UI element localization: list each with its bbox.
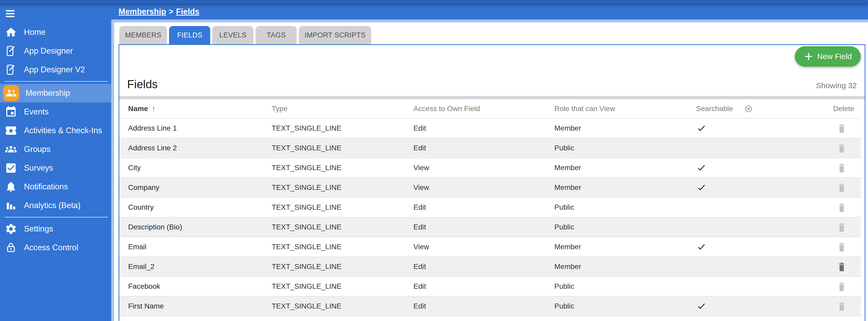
sidebar-item-membership[interactable]: Membership: [0, 84, 111, 103]
column-header-role: Role that can View: [554, 105, 696, 113]
trash-icon: [836, 182, 847, 193]
menu-icon[interactable]: [6, 10, 14, 17]
app-designer-icon: [4, 63, 18, 76]
sidebar-item-label: App Designer: [24, 46, 73, 56]
table-row-company: Company TEXT_SINGLE_LINE View Member: [119, 177, 861, 197]
surveys-icon: [4, 161, 18, 175]
trash-icon: [836, 281, 847, 292]
tab-bar: MEMBERSFIELDSLEVELSTAGSIMPORT SCRIPTS: [119, 26, 371, 44]
sidebar-item-surveys[interactable]: Surveys: [0, 159, 111, 177]
trash-icon: [836, 162, 847, 174]
analytics-icon: [4, 199, 18, 212]
sidebar-item-notifications[interactable]: Notifications: [0, 177, 111, 196]
breadcrumb-separator: >: [169, 7, 174, 16]
trash-icon: [836, 142, 847, 154]
sidebar-item-groups[interactable]: Groups: [0, 140, 111, 159]
sidebar-item-app-designer-v2[interactable]: App Designer V2: [0, 60, 111, 79]
delete-button[interactable]: [836, 261, 847, 272]
breadcrumb-link-membership[interactable]: Membership: [119, 7, 166, 16]
delete-button[interactable]: [836, 281, 847, 292]
cell-delete: [823, 221, 861, 233]
cell-name: First Name: [128, 302, 272, 310]
column-header-type: Type: [272, 105, 413, 113]
searchable-info-icon[interactable]: [745, 105, 752, 113]
tab-members[interactable]: MEMBERS: [119, 26, 167, 44]
access-control-icon: [4, 241, 18, 254]
membership-icon: [3, 85, 19, 101]
trash-icon: [836, 241, 847, 253]
cell-delete: [823, 300, 861, 312]
table-row-address-line-2: Address Line 2 TEXT_SINGLE_LINE Edit Pub…: [119, 138, 861, 157]
sidebar-item-activities-check-ins[interactable]: Activities & Check-Ins: [0, 121, 111, 140]
table-row-email: Email TEXT_SINGLE_LINE View Member: [119, 237, 861, 256]
settings-icon: [4, 222, 18, 236]
tab-levels[interactable]: LEVELS: [212, 26, 253, 44]
sidebar-item-settings[interactable]: Settings: [0, 219, 111, 238]
cell-searchable: [696, 163, 823, 173]
new-field-button[interactable]: New Field: [795, 46, 861, 67]
tab-fields[interactable]: FIELDS: [169, 26, 210, 44]
sidebar-item-analytics-beta[interactable]: Analytics (Beta): [0, 196, 111, 215]
delete-button[interactable]: [836, 122, 847, 134]
delete-button[interactable]: [836, 162, 847, 174]
breadcrumb-link-fields[interactable]: Fields: [176, 7, 199, 16]
tab-import-scripts[interactable]: IMPORT SCRIPTS: [299, 26, 371, 44]
sidebar-item-label: App Designer V2: [24, 65, 85, 74]
table-scrollbar-track[interactable]: [119, 96, 865, 99]
cell-role: Public: [554, 282, 696, 291]
cell-type: TEXT_SINGLE_LINE: [272, 124, 413, 133]
cell-name: Company: [128, 183, 272, 192]
searchable-check-icon: [696, 183, 823, 192]
showing-count: Showing 32: [816, 81, 857, 90]
delete-button[interactable]: [836, 202, 847, 213]
cell-access: View: [413, 183, 554, 192]
sidebar-item-label: Activities & Check-Ins: [24, 126, 102, 135]
new-field-label: New Field: [817, 52, 852, 61]
delete-button[interactable]: [836, 241, 847, 253]
events-icon: [4, 105, 18, 119]
cell-name: Facebook: [128, 282, 272, 291]
cell-type: TEXT_SINGLE_LINE: [272, 223, 413, 231]
screen: Home App Designer App Designer V2 Member…: [0, 0, 868, 321]
column-header-delete: Delete: [823, 105, 865, 113]
sort-ascending-icon[interactable]: ↑: [152, 104, 156, 113]
cell-type: TEXT_SINGLE_LINE: [272, 262, 413, 271]
cell-searchable: [696, 242, 823, 252]
delete-button[interactable]: [836, 300, 847, 312]
sidebar-item-label: Surveys: [24, 164, 53, 173]
cell-searchable: [696, 281, 823, 291]
filler-row: [119, 316, 861, 321]
cell-searchable: [696, 262, 823, 272]
groups-icon: [4, 143, 18, 156]
trash-icon: [836, 122, 847, 134]
column-header-name[interactable]: Name ↑: [128, 104, 272, 113]
home-icon: [4, 26, 18, 39]
cell-access: Edit: [413, 203, 554, 212]
searchable-check-icon: [696, 301, 823, 311]
activities-icon: [4, 124, 18, 137]
cell-name: Country: [128, 203, 272, 212]
delete-button[interactable]: [836, 182, 847, 193]
sidebar-item-label: Home: [24, 28, 45, 37]
tab-tags[interactable]: TAGS: [255, 26, 297, 44]
sidebar-item-app-designer[interactable]: App Designer: [0, 42, 111, 60]
delete-button[interactable]: [836, 221, 847, 233]
sidebar-item-access-control[interactable]: Access Control: [0, 238, 111, 257]
cell-access: Edit: [413, 302, 554, 310]
sidebar-item-home[interactable]: Home: [0, 23, 111, 42]
app-bar: Membership>Fields: [111, 4, 868, 20]
cell-searchable: [696, 301, 823, 311]
cell-name: Description (Bio): [128, 223, 272, 231]
cell-delete: [823, 281, 861, 292]
cell-name: Address Line 2: [128, 144, 272, 152]
delete-button[interactable]: [836, 142, 847, 154]
sidebar-item-label: Notifications: [24, 182, 68, 191]
card-header: New Field Fields Showing 32: [119, 45, 865, 96]
cell-access: View: [413, 243, 554, 251]
sidebar-item-events[interactable]: Events: [0, 103, 111, 121]
sidebar: Home App Designer App Designer V2 Member…: [0, 4, 111, 321]
cell-type: TEXT_SINGLE_LINE: [272, 302, 413, 310]
trash-icon: [836, 221, 847, 233]
cell-delete: [823, 261, 861, 272]
plus-icon: [804, 51, 813, 61]
